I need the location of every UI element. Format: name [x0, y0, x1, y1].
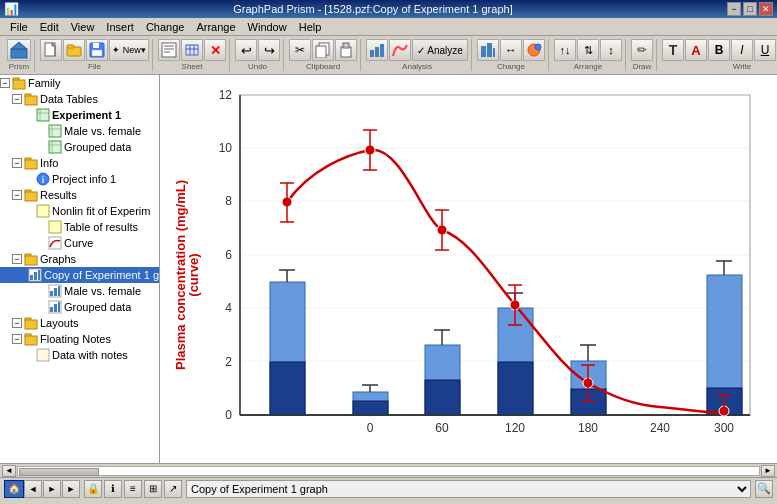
svg-text:240: 240 — [650, 421, 670, 435]
nav-next-btn[interactable]: ► — [62, 480, 80, 498]
tree-item-results[interactable]: −Results — [0, 187, 159, 203]
new-dropdown-btn[interactable]: ✦ New▾ — [109, 39, 149, 61]
graph-name-select[interactable]: Copy of Experiment 1 graph — [186, 480, 751, 498]
analyze-btn[interactable]: ✓ Analyze — [412, 39, 468, 61]
save-btn[interactable] — [86, 39, 108, 61]
tree-expand-data-tables[interactable]: − — [12, 94, 22, 104]
sheet-btn2[interactable] — [181, 39, 203, 61]
copy-btn[interactable] — [312, 39, 334, 61]
svg-rect-8 — [92, 50, 102, 56]
tree-item-copy-exp[interactable]: Copy of Experiment 1 g — [0, 267, 159, 283]
tree-label-layouts: Layouts — [40, 317, 79, 329]
analysis-label: Analysis — [402, 62, 432, 71]
grid-btn[interactable]: ⊞ — [144, 480, 162, 498]
tree-item-floating-notes[interactable]: −Floating Notes — [0, 331, 159, 347]
h-scrollbar[interactable]: ◄ ► — [0, 463, 777, 477]
close-button[interactable]: ✕ — [759, 2, 773, 16]
tree-expand-graphs[interactable]: − — [12, 254, 22, 264]
lock-btn[interactable]: 🔒 — [84, 480, 102, 498]
tree-expand-info[interactable]: − — [12, 158, 22, 168]
chart-area[interactable]: 0 2 4 6 8 10 12 Plasma concentration (mg… — [160, 75, 777, 463]
svg-rect-58 — [49, 237, 61, 249]
tree-item-male-female-graph[interactable]: Male vs. female — [0, 283, 159, 299]
tree-item-nonlin-fit[interactable]: Nonlin fit of Experim — [0, 203, 159, 219]
arrange-btn3[interactable]: ↕ — [600, 39, 622, 61]
text-tool-T[interactable]: T — [662, 39, 684, 61]
scroll-right-btn[interactable]: ► — [761, 465, 775, 477]
svg-rect-41 — [37, 109, 49, 121]
italic-btn[interactable]: I — [731, 39, 753, 61]
undo-btn[interactable]: ↩ — [235, 39, 257, 61]
tree-expand-layouts[interactable]: − — [12, 318, 22, 328]
tree-item-curve[interactable]: Curve — [0, 235, 159, 251]
tree-expand-family[interactable]: − — [0, 78, 10, 88]
change-btn2[interactable]: ↔ — [500, 39, 522, 61]
svg-text:i: i — [42, 175, 45, 185]
scroll-left-btn[interactable]: ◄ — [2, 465, 16, 477]
tree-item-layouts[interactable]: −Layouts — [0, 315, 159, 331]
tree-label-family: Family — [28, 77, 60, 89]
menu-item-window[interactable]: Window — [242, 20, 293, 34]
menu-item-arrange[interactable]: Arrange — [190, 20, 241, 34]
tree-item-data-notes[interactable]: Data with notes — [0, 347, 159, 363]
svg-rect-70 — [50, 307, 53, 312]
export-status-btn[interactable]: ↗ — [164, 480, 182, 498]
svg-rect-47 — [49, 141, 61, 153]
tree-item-table-results[interactable]: Table of results — [0, 219, 159, 235]
svg-text:60: 60 — [435, 421, 449, 435]
redo-btn[interactable]: ↪ — [258, 39, 280, 61]
tree-item-info[interactable]: −Info — [0, 155, 159, 171]
analysis-chart-btn[interactable] — [366, 39, 388, 61]
svg-rect-66 — [50, 291, 53, 296]
tree-expand-results[interactable]: − — [12, 190, 22, 200]
prism-home-btn[interactable] — [7, 39, 31, 61]
menu-item-edit[interactable]: Edit — [34, 20, 65, 34]
tree-label-experiment1: Experiment 1 — [52, 109, 121, 121]
delete-btn[interactable]: ✕ — [204, 39, 226, 61]
scroll-track-h[interactable] — [17, 466, 760, 476]
text-tool-A[interactable]: A — [685, 39, 707, 61]
change-btn1[interactable] — [477, 39, 499, 61]
menu-item-view[interactable]: View — [65, 20, 101, 34]
info-btn[interactable]: ℹ — [104, 480, 122, 498]
arrange-btn2[interactable]: ⇅ — [577, 39, 599, 61]
arrange-label: Arrange — [574, 62, 602, 71]
tree-expand-floating-notes[interactable]: − — [12, 334, 22, 344]
tree-item-grouped-data-graph[interactable]: Grouped data — [0, 299, 159, 315]
open-btn[interactable] — [63, 39, 85, 61]
tree-item-experiment1[interactable]: Experiment 1 — [0, 107, 159, 123]
menu-item-help[interactable]: Help — [293, 20, 328, 34]
tree-item-grouped-data[interactable]: Grouped data — [0, 139, 159, 155]
underline-btn[interactable]: U — [754, 39, 776, 61]
new-btn[interactable] — [40, 39, 62, 61]
svg-text:6: 6 — [225, 248, 232, 262]
cut-btn[interactable]: ✂ — [289, 39, 311, 61]
tree-icon-project-info1: i — [36, 172, 50, 186]
tree-item-family[interactable]: −Family — [0, 75, 159, 91]
change-btn3[interactable] — [523, 39, 545, 61]
tree-icon-data-notes — [36, 348, 50, 362]
menu-item-insert[interactable]: Insert — [100, 20, 140, 34]
list-btn[interactable]: ≡ — [124, 480, 142, 498]
tree-item-male-female[interactable]: Male vs. female — [0, 123, 159, 139]
scroll-thumb-h[interactable] — [19, 468, 99, 476]
nav-play-btn[interactable]: ► — [43, 480, 61, 498]
paste-btn[interactable] — [335, 39, 357, 61]
tree-item-graphs[interactable]: −Graphs — [0, 251, 159, 267]
status-home-btn[interactable]: 🏠 — [4, 480, 24, 498]
tree-item-data-tables[interactable]: −Data Tables — [0, 91, 159, 107]
zoom-in-btn[interactable]: 🔍 — [755, 480, 773, 498]
tree-item-project-info1[interactable]: iProject info 1 — [0, 171, 159, 187]
arrange-btn1[interactable]: ↑↓ — [554, 39, 576, 61]
menu-item-file[interactable]: File — [4, 20, 34, 34]
sheet-btn1[interactable] — [158, 39, 180, 61]
minimize-button[interactable]: − — [727, 2, 741, 16]
svg-rect-109 — [498, 362, 533, 415]
nav-prev-btn[interactable]: ◄ — [24, 480, 42, 498]
draw-btn[interactable]: ✏ — [631, 39, 653, 61]
bold-btn[interactable]: B — [708, 39, 730, 61]
analysis-curve-btn[interactable] — [389, 39, 411, 61]
maximize-button[interactable]: □ — [743, 2, 757, 16]
menu-item-change[interactable]: Change — [140, 20, 191, 34]
tree-label-male-female-graph: Male vs. female — [64, 285, 141, 297]
